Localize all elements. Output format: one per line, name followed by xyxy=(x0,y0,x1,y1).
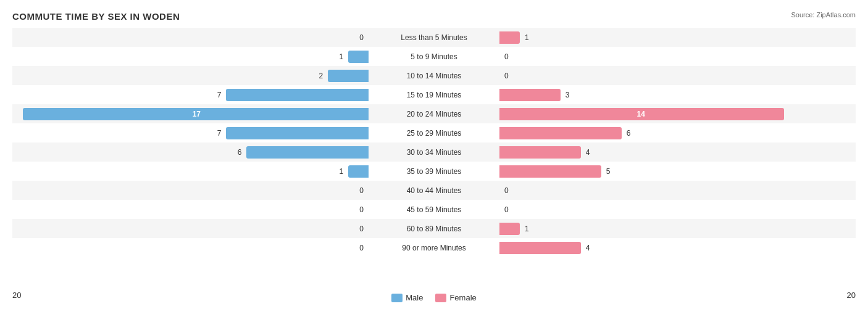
right-side: 4 xyxy=(496,238,856,257)
bar-male xyxy=(226,127,369,139)
val-male: 7 xyxy=(217,91,222,99)
val-male: 2 xyxy=(319,72,323,80)
row-label: 5 to 9 Minutes xyxy=(372,52,496,61)
row-label: 15 to 19 Minutes xyxy=(372,91,496,99)
bar-female xyxy=(499,127,622,139)
left-side: 7 xyxy=(12,85,372,104)
left-side: 0 xyxy=(12,238,372,257)
row-label: 10 to 14 Minutes xyxy=(372,72,496,80)
bar-male xyxy=(348,165,369,178)
val-female: 4 xyxy=(586,244,590,252)
bar-female xyxy=(499,223,520,235)
left-side: 17 xyxy=(12,104,372,123)
val-female: 0 xyxy=(504,205,509,214)
source-text: Source: ZipAtlas.com xyxy=(791,11,856,19)
chart-row: 15 to 9 Minutes0 xyxy=(12,47,856,66)
val-male: 0 xyxy=(359,33,364,42)
row-label: 90 or more Minutes xyxy=(372,244,496,252)
left-side: 0 xyxy=(12,181,372,200)
chart-row: 715 to 19 Minutes3 xyxy=(12,85,856,104)
bar-female xyxy=(499,146,581,159)
val-female: 1 xyxy=(525,33,529,42)
right-side: 4 xyxy=(496,142,856,162)
axis-left-label: 20 xyxy=(12,291,21,302)
chart-row: 060 to 89 Minutes1 xyxy=(12,219,856,238)
left-side: 0 xyxy=(12,219,372,238)
bar-female xyxy=(499,89,561,101)
row-label: 20 to 24 Minutes xyxy=(372,110,496,118)
right-side: 0 xyxy=(496,66,856,85)
chart-row: 210 to 14 Minutes0 xyxy=(12,66,856,85)
chart-row: 1720 to 24 Minutes14 xyxy=(12,104,856,123)
val-male: 17 xyxy=(193,110,201,118)
chart-row: 0Less than 5 Minutes1 xyxy=(12,28,856,47)
val-male: 1 xyxy=(339,167,343,176)
right-side: 0 xyxy=(496,181,856,200)
right-side: 1 xyxy=(496,219,856,238)
val-female: 0 xyxy=(504,72,509,80)
chart-row: 630 to 34 Minutes4 xyxy=(12,142,856,162)
legend-female-box xyxy=(435,294,446,302)
chart-area: 0Less than 5 Minutes115 to 9 Minutes0210… xyxy=(12,28,856,287)
val-female: 0 xyxy=(504,52,509,61)
row-label: 35 to 39 Minutes xyxy=(372,167,496,176)
bar-female xyxy=(499,165,601,178)
left-side: 2 xyxy=(12,66,372,85)
val-male: 6 xyxy=(238,148,242,157)
row-label: 60 to 89 Minutes xyxy=(372,225,496,233)
axis-right-label: 20 xyxy=(847,291,856,302)
legend-male-box xyxy=(391,294,403,302)
row-label: 25 to 29 Minutes xyxy=(372,129,496,138)
val-male: 0 xyxy=(359,244,364,252)
chart-row: 725 to 29 Minutes6 xyxy=(12,123,856,142)
legend-female: Female xyxy=(435,293,476,302)
chart-row: 040 to 44 Minutes0 xyxy=(12,181,856,200)
left-side: 1 xyxy=(12,162,372,181)
row-label: Less than 5 Minutes xyxy=(372,33,496,42)
right-side: 14 xyxy=(496,104,856,123)
right-side: 0 xyxy=(496,47,856,66)
legend-male-label: Male xyxy=(406,293,423,302)
row-label: 40 to 44 Minutes xyxy=(372,186,496,195)
chart-row: 135 to 39 Minutes5 xyxy=(12,162,856,181)
val-male: 0 xyxy=(359,225,364,233)
right-side: 3 xyxy=(496,85,856,104)
left-side: 7 xyxy=(12,123,372,142)
val-male: 1 xyxy=(339,52,343,61)
val-female: 1 xyxy=(525,225,529,233)
val-male: 7 xyxy=(217,129,222,138)
right-side: 5 xyxy=(496,162,856,181)
right-side: 1 xyxy=(496,28,856,47)
val-female: 6 xyxy=(627,129,631,138)
legend-male: Male xyxy=(391,293,423,302)
row-label: 45 to 59 Minutes xyxy=(372,205,496,214)
row-label: 30 to 34 Minutes xyxy=(372,148,496,157)
val-female: 0 xyxy=(504,186,509,195)
left-side: 1 xyxy=(12,47,372,66)
chart-row: 090 or more Minutes4 xyxy=(12,238,856,257)
bar-male xyxy=(246,146,369,159)
axis-labels: 20 Male Female 20 xyxy=(12,287,856,302)
bar-male xyxy=(348,51,369,63)
right-side: 6 xyxy=(496,123,856,142)
val-female: 5 xyxy=(606,167,611,176)
right-side: 0 xyxy=(496,200,856,219)
val-male: 0 xyxy=(359,186,364,195)
legend: Male Female xyxy=(391,293,477,302)
val-female: 4 xyxy=(586,148,590,157)
left-side: 6 xyxy=(12,142,372,162)
bar-female xyxy=(499,31,520,44)
chart-row: 045 to 59 Minutes0 xyxy=(12,200,856,219)
val-male: 0 xyxy=(359,205,364,214)
val-female: 14 xyxy=(637,110,645,118)
bar-female xyxy=(499,242,581,254)
chart-title: COMMUTE TIME BY SEX IN WODEN xyxy=(12,11,856,22)
bar-male xyxy=(226,89,369,101)
legend-female-label: Female xyxy=(449,293,476,302)
chart-container: COMMUTE TIME BY SEX IN WODEN Source: Zip… xyxy=(0,0,868,322)
bar-male xyxy=(328,70,369,82)
left-side: 0 xyxy=(12,28,372,47)
val-female: 3 xyxy=(565,91,570,99)
left-side: 0 xyxy=(12,200,372,219)
